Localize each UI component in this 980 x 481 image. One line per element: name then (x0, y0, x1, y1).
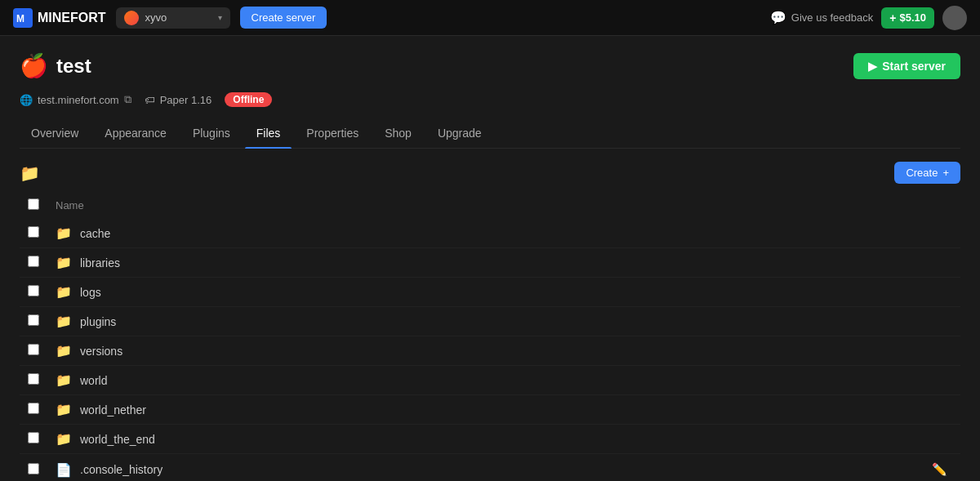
file-name: cache (80, 227, 110, 240)
create-server-button[interactable]: Create server (240, 7, 327, 29)
row-action-cell (755, 425, 960, 454)
row-name-cell: 📁world_the_end (47, 425, 755, 454)
row-action-cell (755, 336, 960, 366)
table-row: 📁versions (20, 336, 960, 366)
user-name: xyvo (145, 11, 167, 24)
logo[interactable]: M MINEFORT (13, 8, 106, 28)
folder-icon: 📁 (56, 284, 72, 300)
tab-properties[interactable]: Properties (295, 122, 370, 148)
file-name: world_the_end (80, 433, 155, 446)
table-row: 📁world_the_end (20, 425, 960, 454)
row-checkbox[interactable] (28, 403, 39, 414)
tabs: Overview Appearance Plugins Files Proper… (20, 122, 960, 149)
logo-text: MINEFORT (38, 11, 106, 25)
server-version-text: Paper 1.16 (160, 94, 212, 106)
row-checkbox[interactable] (28, 256, 39, 267)
page: 🍎 test ▶ Start server 🌐 test.minefort.co… (0, 36, 980, 481)
user-selector[interactable]: xyvo ▾ (116, 7, 230, 29)
file-row-content: 📁cache (56, 225, 747, 241)
globe-icon: 🌐 (20, 94, 33, 106)
table-row: 📁world (20, 366, 960, 395)
header-name: Name (47, 192, 755, 219)
row-action-cell (755, 307, 960, 336)
table-row: 📁libraries (20, 248, 960, 278)
tab-shop[interactable]: Shop (373, 122, 423, 148)
table-header-row: Name (20, 192, 960, 219)
plus-icon: + (889, 11, 896, 24)
status-badge: Offline (225, 92, 272, 107)
feedback-button[interactable]: 💬 Give us feedback (770, 10, 873, 25)
tab-overview[interactable]: Overview (20, 122, 90, 148)
file-row-content: 📁logs (56, 284, 747, 300)
folder-icon: 📁 (56, 431, 72, 447)
row-action-cell (755, 366, 960, 395)
feedback-icon: 💬 (770, 10, 786, 25)
file-name: world (80, 374, 107, 387)
row-checkbox-cell (20, 336, 47, 366)
row-name-cell: 📁plugins (47, 307, 755, 336)
file-name: .console_history (80, 463, 163, 476)
row-checkbox[interactable] (28, 432, 39, 443)
file-row-content: 📁plugins (56, 314, 747, 329)
file-row-content: 📄.console_history (56, 462, 747, 478)
feedback-label: Give us feedback (791, 11, 873, 24)
user-avatar-nav[interactable] (942, 6, 967, 30)
server-header: 🍎 test ▶ Start server (20, 52, 960, 79)
start-server-label: Start server (882, 60, 946, 73)
tab-files[interactable]: Files (245, 122, 292, 148)
file-row-content: 📁world_the_end (56, 431, 747, 447)
row-checkbox[interactable] (28, 285, 39, 296)
folder-icon: 📁 (56, 314, 72, 329)
tab-appearance[interactable]: Appearance (93, 122, 178, 148)
folder-icon: 📁 (56, 402, 72, 417)
row-checkbox[interactable] (28, 463, 39, 474)
logo-icon: M (13, 8, 33, 28)
row-name-cell: 📁world (47, 366, 755, 395)
row-action-cell (755, 278, 960, 307)
copy-icon[interactable]: ⧉ (124, 93, 131, 106)
tab-plugins[interactable]: Plugins (181, 122, 242, 148)
balance-amount: $5.10 (899, 11, 926, 24)
row-action-cell (755, 248, 960, 278)
table-row: 📁logs (20, 278, 960, 307)
server-url-text: test.minefort.com (38, 94, 119, 106)
file-name: libraries (80, 256, 120, 269)
server-url-container: 🌐 test.minefort.com ⧉ (20, 93, 131, 106)
file-row-content: 📁world_nether (56, 402, 747, 417)
row-checkbox-cell (20, 307, 47, 336)
create-button[interactable]: Create + (894, 162, 960, 184)
table-row: 📁world_nether (20, 395, 960, 425)
start-server-button[interactable]: ▶ Start server (853, 53, 960, 79)
folder-icon: 📁 (56, 343, 72, 359)
row-action-cell (755, 395, 960, 425)
row-action-cell: ✏️ (755, 454, 960, 482)
row-checkbox-cell (20, 248, 47, 278)
row-name-cell: 📁libraries (47, 248, 755, 278)
row-checkbox[interactable] (28, 344, 39, 355)
row-checkbox-cell (20, 366, 47, 395)
svg-text:M: M (16, 13, 24, 24)
row-name-cell: 📁cache (47, 219, 755, 248)
server-emoji: 🍎 (20, 52, 48, 79)
server-version-container: 🏷 Paper 1.16 (145, 94, 212, 106)
file-row-content: 📁world (56, 372, 747, 388)
server-name: test (56, 55, 91, 78)
row-checkbox[interactable] (28, 226, 39, 238)
file-name: plugins (80, 315, 116, 328)
row-checkbox[interactable] (28, 314, 39, 326)
folder-icon: 📁 (56, 255, 72, 270)
play-icon: ▶ (868, 60, 877, 73)
tab-upgrade[interactable]: Upgrade (426, 122, 493, 148)
edit-icon[interactable]: ✏️ (927, 461, 952, 479)
files-toolbar: 📁 Create + (20, 162, 960, 184)
row-action-cell (755, 219, 960, 248)
file-name: versions (80, 345, 122, 358)
file-icon: 📄 (56, 462, 72, 478)
table-row: 📄.console_history✏️ (20, 454, 960, 482)
row-checkbox[interactable] (28, 373, 39, 385)
row-checkbox-cell (20, 454, 47, 482)
balance-button[interactable]: + $5.10 (881, 7, 934, 29)
row-checkbox-cell (20, 219, 47, 248)
select-all-checkbox[interactable] (28, 198, 39, 210)
navbar-right: 💬 Give us feedback + $5.10 (770, 6, 967, 30)
